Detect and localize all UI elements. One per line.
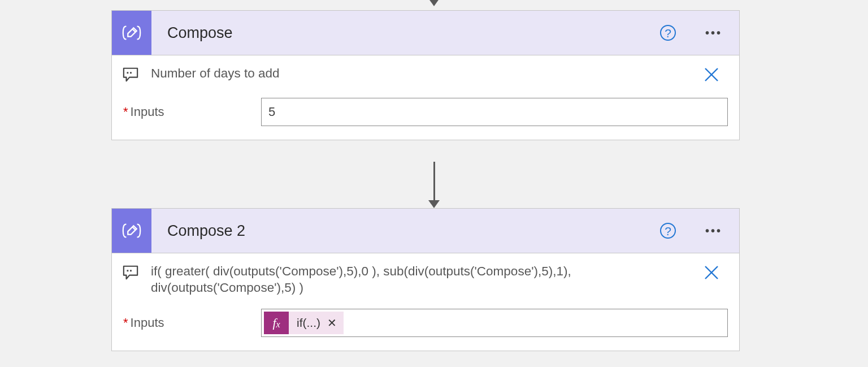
compose-action-icon — [112, 11, 151, 55]
inputs-row: *Inputs 5 — [112, 85, 739, 140]
card-title: Compose — [167, 24, 233, 42]
remove-token-icon[interactable]: ✕ — [324, 316, 344, 330]
comment-text: Number of days to add — [151, 66, 693, 82]
help-icon[interactable]: ? — [660, 223, 676, 239]
comment-icon — [122, 66, 141, 85]
close-comment-button[interactable] — [703, 264, 722, 283]
inputs-row: *Inputs fx if(...) ✕ — [112, 296, 739, 351]
card-title: Compose 2 — [167, 222, 245, 240]
required-star-icon: * — [123, 316, 128, 330]
connector-arrow — [426, 162, 442, 208]
comment-row: Number of days to add — [112, 55, 739, 85]
svg-rect-1 — [127, 72, 128, 74]
help-icon[interactable]: ? — [660, 25, 676, 41]
card-header[interactable]: Compose 2 ? ••• — [112, 209, 739, 253]
comment-icon — [122, 264, 141, 283]
arrow-down-icon — [428, 0, 440, 6]
inputs-field[interactable]: fx if(...) ✕ — [261, 309, 728, 337]
inputs-label: *Inputs — [121, 316, 261, 330]
svg-rect-6 — [127, 270, 128, 271]
compose-action-icon — [112, 209, 151, 253]
token-text: if(...) — [289, 316, 324, 330]
more-menu-icon[interactable]: ••• — [705, 224, 722, 238]
close-comment-button[interactable] — [703, 66, 722, 85]
comment-text: if( greater( div(outputs('Compose'),5),0… — [151, 264, 693, 296]
connector-arrow-top — [426, 0, 442, 6]
inputs-label: *Inputs — [121, 105, 261, 119]
inputs-field[interactable]: 5 — [261, 98, 728, 126]
action-card-compose: Compose ? ••• Number of days to add — [111, 10, 740, 140]
more-menu-icon[interactable]: ••• — [705, 27, 722, 40]
arrow-down-icon — [428, 200, 440, 208]
svg-rect-7 — [130, 270, 132, 271]
svg-rect-2 — [130, 72, 132, 74]
required-star-icon: * — [123, 105, 128, 119]
card-header[interactable]: Compose ? ••• — [112, 11, 739, 55]
action-card-compose-2: Compose 2 ? ••• if( greater( div(outputs… — [111, 208, 740, 351]
expression-token[interactable]: fx if(...) ✕ — [264, 312, 344, 334]
comment-row: if( greater( div(outputs('Compose'),5),0… — [112, 253, 739, 296]
fx-icon: fx — [264, 312, 289, 334]
